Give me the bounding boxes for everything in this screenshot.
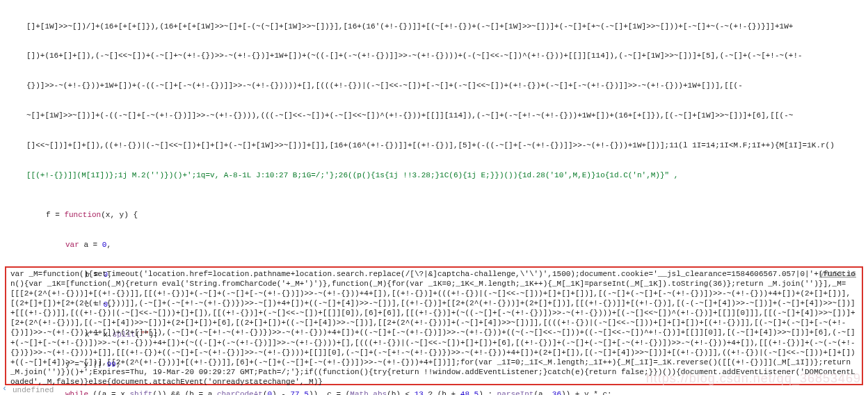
console-output-highlight: VM158:16 var _M=function(){setTimeout('l… <box>5 266 863 385</box>
obf-line: []<<~[])]+[]+[]),((+!-{})|(-~[]<<~[])+[]… <box>26 140 862 150</box>
code-line: while ((a = x.shift()) && (b = a.charCod… <box>26 389 862 395</box>
code-line: var a = 0, <box>26 240 862 250</box>
obf-line: []+[1W]>>~[])/]+(16+[+[+[]}),(16+[+[+[1W… <box>26 22 862 31</box>
code-line: f = function(x, y) { <box>26 210 862 220</box>
obf-line: ~[]+[1W]>>~[])]+(-((-~[]+[-~(+!-{})]]>>-… <box>26 111 862 120</box>
console-prompt-icon: ‹ <box>2 384 7 395</box>
console-undefined-label: undefined <box>13 385 54 395</box>
console-output-text: var _M=function(){setTimeout('location.h… <box>6 268 862 384</box>
obf-line: [])+(16+[]+[]),(-~[]<<~[])+(-~[]+~(+!-{}… <box>26 51 862 61</box>
obf-line: {})]>>-~(+!-{}))+1W+[])+(-((-~[]+[-~(+!-… <box>26 81 862 90</box>
watermark-text: https://blog.csdn.net/qq_36853469 <box>646 371 861 387</box>
obf-line: [[(+!-{})]](M[1I])};1j M.2('')})()+';1q=… <box>26 170 862 180</box>
